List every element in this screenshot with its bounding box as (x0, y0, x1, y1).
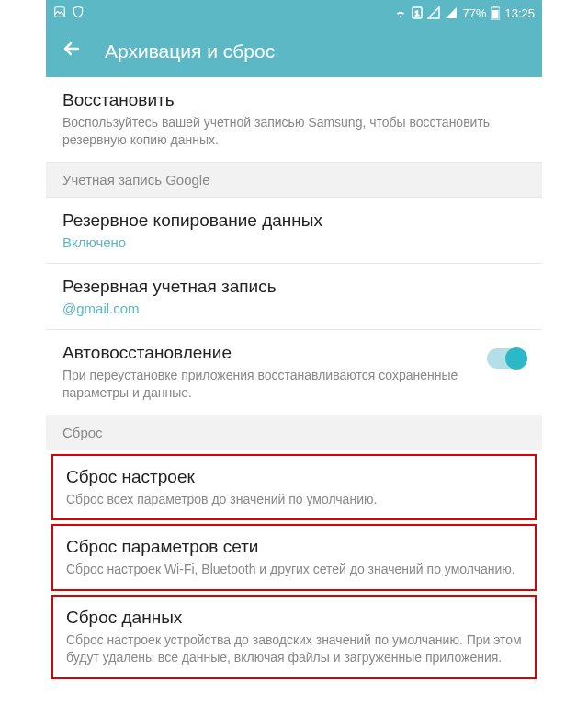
app-header: Архивация и сброс (46, 26, 542, 77)
reset-settings-item[interactable]: Сброс настроек Сброс всех параметров до … (51, 454, 537, 521)
reset-data-desc: Сброс настроек устройства до заводских з… (66, 632, 522, 666)
svg-rect-5 (492, 10, 499, 19)
shield-icon (72, 6, 85, 21)
auto-restore-toggle[interactable] (487, 348, 526, 369)
restore-item[interactable]: Восстановить Воспользуйтесь вашей учетно… (46, 77, 542, 163)
auto-restore-item[interactable]: Автовосстановление При переустановке при… (46, 330, 542, 415)
svg-text:1: 1 (415, 9, 420, 17)
reset-network-desc: Сброс настроек Wi-Fi, Bluetooth и других… (66, 561, 522, 578)
backup-account-title: Резервная учетная запись (62, 277, 526, 297)
auto-restore-desc: При переустановке приложения восстанавли… (62, 367, 476, 402)
page-title: Архивация и сброс (105, 40, 275, 63)
clock: 13:25 (504, 6, 535, 20)
reset-header: Сброс (46, 415, 542, 450)
restore-desc: Воспользуйтесь вашей учетной записью Sam… (62, 114, 526, 149)
back-arrow-icon[interactable] (61, 38, 83, 65)
reset-data-item[interactable]: Сброс данных Сброс настроек устройства д… (51, 595, 537, 679)
reset-settings-title: Сброс настроек (66, 467, 522, 487)
auto-restore-title: Автовосстановление (62, 343, 476, 363)
backup-account-item[interactable]: Резервная учетная запись @gmail.com (46, 264, 542, 330)
status-bar: 1 77% 13:25 (46, 0, 542, 26)
backup-data-item[interactable]: Резервное копирование данных Включено (46, 198, 542, 264)
reset-network-title: Сброс параметров сети (66, 537, 522, 557)
backup-title: Резервное копирование данных (62, 211, 526, 231)
sim-icon: 1 (412, 6, 423, 19)
signal-icon-1 (427, 6, 440, 19)
battery-icon (491, 6, 500, 20)
restore-title: Восстановить (62, 90, 526, 110)
reset-network-item[interactable]: Сброс параметров сети Сброс настроек Wi-… (51, 524, 537, 591)
settings-screen: 1 77% 13:25 Архивация и сброс Восстанови… (46, 0, 542, 679)
battery-percent: 77% (462, 6, 486, 20)
signal-icon-2 (445, 6, 458, 19)
reset-settings-desc: Сброс всех параметров до значений по умо… (66, 491, 522, 508)
image-icon (53, 6, 66, 21)
backup-value: Включено (62, 234, 526, 250)
reset-data-title: Сброс данных (66, 608, 522, 628)
backup-account-value: @gmail.com (62, 301, 526, 316)
google-account-header: Учетная запись Google (46, 163, 542, 198)
wifi-icon (394, 6, 407, 19)
status-right: 1 77% 13:25 (394, 6, 535, 20)
status-left (53, 6, 85, 21)
